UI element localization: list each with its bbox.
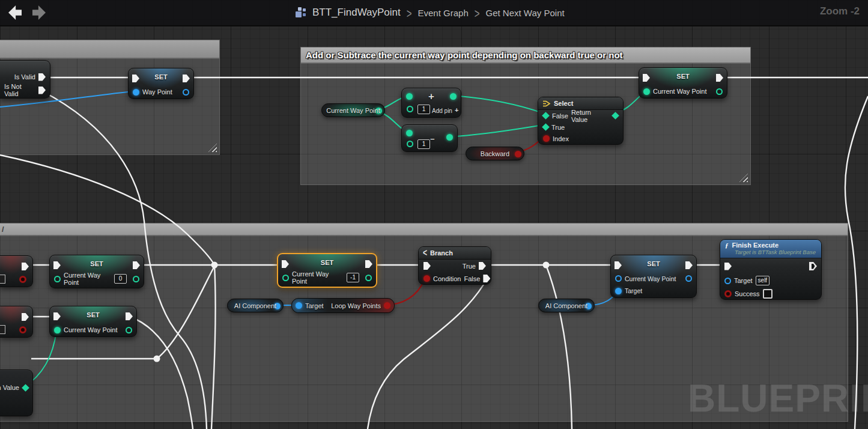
comment-resize-handle[interactable] (739, 174, 748, 182)
output-pin[interactable] (126, 327, 132, 333)
is-valid-node[interactable]: Is Valid Is Not Valid (0, 60, 50, 99)
ai-component-variable-node[interactable]: AI Component (227, 299, 284, 312)
exec-out-pin-is-valid[interactable] (38, 73, 46, 81)
input-pin-condition[interactable] (423, 275, 430, 282)
value-input[interactable]: -1 (347, 273, 359, 282)
input-pin[interactable] (615, 275, 622, 282)
exec-in-pin[interactable] (423, 262, 431, 270)
input-pin[interactable] (54, 327, 61, 333)
exec-in-pin[interactable] (724, 263, 732, 270)
output-pin[interactable] (446, 134, 453, 141)
pin-label: True (463, 263, 476, 270)
input-pin-success[interactable] (724, 290, 732, 297)
output-pin[interactable] (133, 276, 139, 282)
pin-label: Is Not Valid (4, 83, 35, 97)
pin-label: True (551, 124, 565, 131)
output-pin-bool[interactable] (19, 326, 26, 333)
forward-icon[interactable] (32, 5, 46, 20)
add-pin-label[interactable]: Add pin (432, 108, 452, 114)
input-pin-target[interactable] (615, 288, 622, 294)
comment-header-bottom[interactable]: / (0, 223, 848, 236)
comment-header-add-subtract[interactable]: Add or Subtrace the current way point de… (300, 47, 751, 63)
select-node[interactable]: Select False Return Value True Index (538, 97, 624, 145)
pin-label: Current Way Point (292, 270, 344, 285)
breadcrumb-leaf[interactable]: Get Next Way Point (486, 8, 565, 18)
pin-label: Target (625, 287, 642, 294)
blueprint-graph-canvas[interactable]: Add or Subtrace the current way point de… (0, 0, 868, 429)
output-pin[interactable] (515, 151, 521, 157)
exec-out-pin-false[interactable] (483, 275, 490, 282)
output-pin[interactable] (365, 275, 372, 281)
return-value-partial-node[interactable]: n Value (0, 370, 33, 416)
node-title: Finish Execute (732, 242, 779, 249)
value-input[interactable]: 1 (417, 105, 430, 114)
node-title: SET (278, 254, 376, 272)
node-title: Branch (430, 249, 453, 257)
exec-out-pin-true[interactable] (479, 262, 486, 270)
input-pin-true[interactable] (542, 123, 550, 131)
branch-node[interactable]: < Branch True Condition False (418, 246, 491, 285)
add-int-node[interactable]: + 1 Add pin + (401, 88, 461, 118)
input-pin-a[interactable] (406, 93, 413, 100)
output-pin[interactable] (685, 275, 692, 282)
input-pin[interactable] (54, 276, 61, 282)
variable-label: AI Component (545, 302, 587, 309)
node-subtitle: Target is BTTask Blueprint Base (735, 249, 816, 255)
output-pin-bool[interactable] (19, 276, 26, 283)
exec-out-pin[interactable] (809, 262, 817, 270)
breadcrumb-root[interactable]: BTT_FindWayPoint (312, 7, 401, 19)
current-way-point-variable-node[interactable]: Current Way Point (321, 103, 385, 117)
output-pin[interactable] (450, 93, 457, 100)
comment-title: / (2, 225, 4, 234)
node-label: Loop Way Points (331, 302, 381, 309)
set-way-point-node[interactable]: SET Way Point (128, 68, 194, 99)
pin-label: Current Way Point (64, 326, 117, 333)
input-pin-target[interactable] (724, 278, 731, 284)
success-checkbox[interactable] (763, 289, 772, 299)
pin-label: Current Way Point (653, 88, 706, 95)
exec-out-pin[interactable] (22, 263, 29, 270)
add-pin-plus-icon[interactable]: + (455, 106, 458, 114)
set-current-way-point-top-node[interactable]: SET Current Way Point (639, 67, 727, 99)
breadcrumb: BTT_FindWayPoint > Event Graph > Get Nex… (296, 0, 565, 25)
value-input[interactable]: 0 (114, 274, 127, 284)
output-pin[interactable] (716, 88, 723, 95)
input-pin[interactable] (282, 275, 289, 281)
pin-label: Target (305, 302, 324, 309)
input-pin[interactable] (643, 88, 650, 95)
set-current-way-point-selected-node[interactable]: SET Current Way Point -1 (277, 253, 377, 288)
input-pin-false[interactable] (542, 112, 550, 120)
subtract-int-node[interactable]: 1 − (401, 124, 458, 152)
set-current-way-point-target-node[interactable]: SET Current Way Point Target (610, 255, 697, 298)
output-pin-return-value[interactable] (612, 112, 619, 120)
output-pin[interactable] (384, 302, 390, 309)
input-pin-a[interactable] (406, 130, 413, 136)
ai-component-variable-node-2[interactable]: AI Component (538, 299, 595, 312)
input-pin-index[interactable] (543, 135, 550, 142)
node-title: SET (639, 68, 727, 85)
input-pin-way-point[interactable] (133, 89, 139, 96)
variable-label: Current Way Point (326, 107, 380, 114)
output-pin-return-value[interactable] (22, 384, 29, 392)
exec-out-pin-is-not-valid[interactable] (38, 87, 46, 94)
set-current-way-point-0-node[interactable]: SET Current Way Point 0 (49, 255, 144, 288)
exec-out-pin[interactable] (22, 313, 29, 321)
variable-label: AI Component (234, 302, 276, 309)
breadcrumb-event-graph[interactable]: Event Graph (418, 8, 469, 18)
input-pin-b[interactable] (407, 141, 413, 147)
finish-execute-node[interactable]: ƒ Finish Execute Target is BTTask Bluepr… (720, 239, 822, 300)
input-pin-b[interactable] (407, 106, 413, 112)
output-pin[interactable] (183, 89, 189, 96)
comment-resize-handle[interactable] (208, 144, 217, 152)
comment-header-top-left[interactable] (0, 40, 220, 58)
node-title: SET (50, 255, 144, 273)
pin-label: False (552, 112, 568, 120)
input-pin-target[interactable] (296, 302, 302, 309)
loop-way-points-node[interactable]: Target Loop Way Points (291, 298, 395, 313)
variable-label: Backward (481, 150, 509, 157)
back-icon[interactable] (8, 5, 22, 20)
target-value-input[interactable]: self (756, 276, 770, 285)
set-current-way-point-node[interactable]: SET Current Way Point (49, 306, 137, 337)
backward-variable-node[interactable]: Backward (466, 147, 524, 160)
value-input[interactable]: 1 (417, 139, 430, 149)
